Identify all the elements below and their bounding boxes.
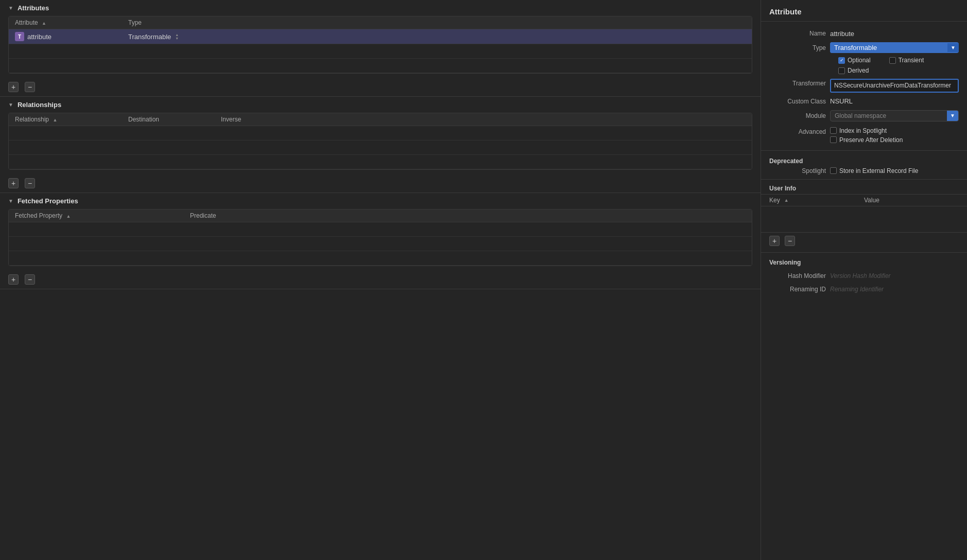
type-dropdown-arrow[interactable]: ▼ bbox=[947, 43, 959, 52]
optional-checkbox[interactable] bbox=[838, 57, 845, 64]
fetched-properties-table-header: Fetched Property ▲ Predicate bbox=[9, 209, 752, 222]
derived-label: Derived bbox=[848, 67, 869, 74]
name-row: Name attribute bbox=[761, 27, 967, 40]
transient-label: Transient bbox=[899, 57, 924, 64]
relationships-remove-button[interactable]: − bbox=[25, 178, 35, 188]
attribute-col-header[interactable]: Attribute ▲ bbox=[15, 19, 128, 26]
index-spotlight-label: Index in Spotlight bbox=[839, 127, 887, 134]
stepper-up-icon: ▲ bbox=[175, 33, 179, 37]
relationships-section-header[interactable]: ▼ Relationships bbox=[0, 97, 761, 113]
spotlight-row: Spotlight Store in External Record File bbox=[761, 166, 967, 176]
relationships-add-remove: + − bbox=[0, 174, 761, 192]
relationships-add-button[interactable]: + bbox=[8, 178, 19, 188]
optional-label: Optional bbox=[848, 57, 871, 64]
transient-checkbox[interactable] bbox=[889, 57, 896, 64]
user-info-empty bbox=[761, 206, 967, 232]
predicate-col-header[interactable]: Predicate bbox=[190, 212, 746, 219]
advanced-label: Advanced bbox=[769, 127, 826, 135]
relationship-empty-row-2 bbox=[9, 141, 752, 155]
attributes-section: ▼ Attributes Attribute ▲ Type T attribut… bbox=[0, 0, 761, 97]
optional-transient-row: Optional Transient bbox=[761, 55, 967, 65]
index-spotlight-checkbox[interactable] bbox=[830, 127, 837, 134]
hash-modifier-label: Hash Modifier bbox=[769, 272, 826, 279]
renaming-id-row: Renaming ID bbox=[761, 283, 967, 296]
name-value[interactable]: attribute bbox=[830, 30, 959, 38]
key-col-header[interactable]: Key ▲ bbox=[769, 197, 864, 204]
attribute-type-cell-0: Transformable ▲ ▼ bbox=[128, 33, 746, 41]
preserve-deletion-checkbox[interactable] bbox=[830, 136, 837, 143]
type-label: Type bbox=[769, 44, 826, 51]
inverse-col-header[interactable]: Inverse bbox=[221, 116, 746, 123]
relationships-section: ▼ Relationships Relationship ▲ Destinati… bbox=[0, 97, 761, 193]
attributes-triangle-icon: ▼ bbox=[8, 5, 13, 11]
fetched-empty-row-2 bbox=[9, 237, 752, 251]
relationships-table: Relationship ▲ Destination Inverse bbox=[8, 113, 752, 170]
module-dropdown[interactable]: Global namespace ▼ bbox=[830, 110, 959, 121]
module-label: Module bbox=[769, 112, 826, 119]
value-col-header[interactable]: Value bbox=[864, 197, 959, 204]
fetched-properties-section-header[interactable]: ▼ Fetched Properties bbox=[0, 193, 761, 209]
module-row: Module Global namespace ▼ bbox=[761, 108, 967, 124]
fetched-sort-arrow: ▲ bbox=[66, 214, 71, 219]
attribute-form-section: Name attribute Type Transformable ▼ Opti… bbox=[761, 22, 967, 151]
type-dropdown-text: Transformable bbox=[830, 42, 947, 53]
relationship-col-header[interactable]: Relationship ▲ bbox=[15, 116, 128, 123]
relationships-table-header: Relationship ▲ Destination Inverse bbox=[9, 113, 752, 126]
renaming-id-input[interactable] bbox=[830, 286, 959, 293]
hash-modifier-input[interactable] bbox=[830, 272, 959, 279]
module-dropdown-arrow[interactable]: ▼ bbox=[947, 111, 958, 121]
right-panel-title: Attribute bbox=[761, 0, 967, 22]
fetched-properties-remove-button[interactable]: − bbox=[25, 274, 35, 285]
attribute-cell-0: T attribute bbox=[15, 32, 128, 41]
preserve-deletion-label: Preserve After Deletion bbox=[839, 136, 903, 144]
store-external-checkbox[interactable] bbox=[830, 167, 837, 174]
destination-col-header[interactable]: Destination bbox=[128, 116, 221, 123]
name-label: Name bbox=[769, 30, 826, 37]
preserve-deletion-item[interactable]: Preserve After Deletion bbox=[830, 136, 903, 144]
derived-row: Derived bbox=[761, 65, 967, 76]
attribute-row-0[interactable]: T attribute Transformable ▲ ▼ bbox=[9, 29, 752, 44]
user-info-section: User Info Key ▲ Value + − bbox=[761, 180, 967, 253]
custom-class-value[interactable]: NSURL bbox=[830, 97, 959, 105]
attributes-add-remove: + − bbox=[0, 78, 761, 96]
user-info-header: User Info bbox=[761, 183, 967, 195]
type-col-header[interactable]: Type bbox=[128, 19, 746, 26]
fetched-empty-row-1 bbox=[9, 222, 752, 237]
fetched-properties-add-remove: + − bbox=[0, 270, 761, 289]
custom-class-label: Custom Class bbox=[769, 98, 826, 105]
fetched-properties-section: ▼ Fetched Properties Fetched Property ▲ … bbox=[0, 193, 761, 289]
versioning-header: Versioning bbox=[761, 257, 967, 269]
relationship-empty-row-1 bbox=[9, 126, 752, 141]
attribute-empty-row-2 bbox=[9, 59, 752, 73]
attribute-type-icon: T bbox=[15, 32, 24, 41]
left-panel: ▼ Attributes Attribute ▲ Type T attribut… bbox=[0, 0, 761, 560]
renaming-id-label: Renaming ID bbox=[769, 286, 826, 293]
stepper-down-icon: ▼ bbox=[175, 37, 179, 40]
type-dropdown[interactable]: Transformable ▼ bbox=[830, 42, 959, 53]
relationships-section-title: Relationships bbox=[18, 101, 61, 109]
derived-checkbox[interactable] bbox=[838, 67, 845, 74]
relationship-empty-row-3 bbox=[9, 155, 752, 169]
relationship-sort-arrow: ▲ bbox=[53, 117, 57, 122]
derived-checkbox-item[interactable]: Derived bbox=[838, 67, 869, 74]
store-external-item[interactable]: Store in External Record File bbox=[830, 167, 918, 174]
transformer-input[interactable]: NSSecureUnarchiveFromDataTransformer bbox=[830, 79, 959, 93]
attributes-add-button[interactable]: + bbox=[8, 82, 19, 92]
custom-class-row: Custom Class NSURL bbox=[761, 95, 967, 108]
attributes-remove-button[interactable]: − bbox=[25, 82, 35, 92]
transient-checkbox-item[interactable]: Transient bbox=[889, 57, 924, 64]
versioning-section: Versioning Hash Modifier Renaming ID bbox=[761, 253, 967, 300]
key-sort-arrow: ▲ bbox=[784, 198, 789, 203]
type-stepper[interactable]: ▲ ▼ bbox=[175, 33, 179, 40]
fetched-properties-triangle-icon: ▼ bbox=[8, 198, 13, 204]
fetched-properties-add-button[interactable]: + bbox=[8, 274, 19, 285]
optional-checkbox-item[interactable]: Optional bbox=[838, 57, 871, 64]
index-spotlight-item[interactable]: Index in Spotlight bbox=[830, 127, 903, 134]
user-info-add-button[interactable]: + bbox=[769, 236, 780, 246]
attributes-table: Attribute ▲ Type T attribute Transformab… bbox=[8, 16, 752, 74]
deprecated-section: Deprecated Spotlight Store in External R… bbox=[761, 151, 967, 180]
user-info-remove-button[interactable]: − bbox=[785, 236, 795, 246]
fetched-property-col-header[interactable]: Fetched Property ▲ bbox=[15, 212, 190, 219]
attributes-section-header[interactable]: ▼ Attributes bbox=[0, 0, 761, 16]
hash-modifier-row: Hash Modifier bbox=[761, 269, 967, 283]
